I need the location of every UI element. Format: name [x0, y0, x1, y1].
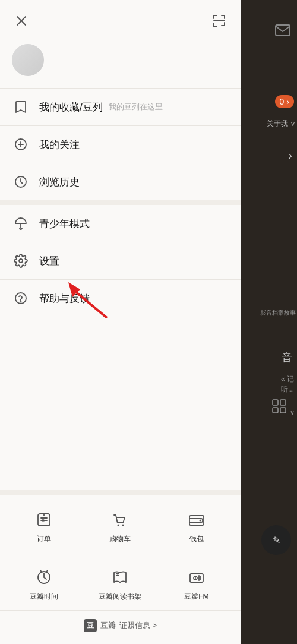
plus-circle-icon: [12, 135, 30, 153]
reading-label: 豆瓣阅读书架: [99, 592, 141, 602]
teen-mode-label: 青少年模式: [39, 217, 90, 231]
svg-point-23: [199, 520, 201, 522]
following-label: 我的关注: [39, 138, 80, 151]
menu-item-following[interactable]: 我的关注: [0, 126, 241, 163]
bottom-item-wallet[interactable]: 钱包: [159, 501, 235, 553]
svg-rect-2: [273, 408, 278, 413]
fm-label: 豆瓣FM: [184, 592, 208, 602]
cart-icon: [109, 509, 131, 531]
douban-time-label: 豆瓣时间: [30, 592, 58, 602]
bg-record-label: « 记听...: [281, 374, 294, 394]
wallet-icon: [186, 509, 207, 531]
mail-icon-bg: [274, 24, 291, 39]
bottom-item-reading[interactable]: 豆瓣阅读书架: [82, 558, 158, 610]
fm-icon: [186, 567, 207, 588]
menu-item-teen-mode[interactable]: 青少年模式: [0, 205, 241, 242]
douban-logo: 豆: [84, 619, 97, 632]
certificate-link[interactable]: 证照信息 >: [119, 620, 157, 631]
close-button[interactable]: [12, 11, 31, 30]
bg-label: 关于我 ∨: [267, 119, 296, 129]
bg-caption: 影音档案故事: [260, 309, 296, 317]
bottom-item-fm[interactable]: 豆瓣FM: [159, 558, 235, 610]
brand-name: 豆瓣: [100, 620, 116, 631]
divider-before-grid: [0, 490, 241, 495]
svg-point-15: [21, 302, 21, 302]
svg-rect-22: [189, 516, 204, 525]
bottom-section: ¥ 订单 购物车: [0, 490, 241, 644]
bg-chevron: ›: [288, 149, 292, 162]
user-section[interactable]: [0, 38, 241, 88]
menu-item-favorites[interactable]: 我的收藏/豆列 我的豆列在这里: [0, 89, 241, 125]
history-label: 浏览历史: [39, 175, 80, 189]
bg-grid-icon: ∨: [271, 398, 295, 417]
divider-thick: [0, 200, 241, 205]
divider-5: [0, 317, 241, 317]
time-icon: [33, 567, 55, 588]
scan-button[interactable]: [210, 11, 229, 30]
svg-rect-4: [276, 25, 290, 36]
menu-list: 我的收藏/豆列 我的豆列在这里 我的关注: [0, 89, 241, 317]
settings-label: 设置: [39, 254, 59, 268]
side-drawer: 我的收藏/豆列 我的豆列在这里 我的关注: [0, 0, 241, 644]
help-circle-icon: [12, 289, 30, 307]
svg-rect-1: [280, 400, 286, 405]
orders-label: 订单: [37, 534, 51, 544]
bottom-item-cart[interactable]: 购物车: [82, 501, 158, 553]
bottom-grid-row1: ¥ 订单 购物车: [0, 495, 241, 553]
bottom-item-douban-time[interactable]: 豆瓣时间: [6, 558, 82, 610]
clock-icon: [12, 173, 30, 191]
notification-badge: 0 ›: [275, 95, 294, 108]
reading-icon: [109, 567, 131, 588]
svg-rect-0: [273, 400, 278, 405]
bookmark-icon: [12, 98, 30, 116]
svg-text:¥: ¥: [41, 517, 45, 523]
music-button[interactable]: ✎: [261, 525, 291, 555]
menu-item-help[interactable]: 帮助与反馈: [0, 280, 241, 317]
bg-audio-label: 音: [282, 351, 292, 365]
bottom-item-orders[interactable]: ¥ 订单: [6, 501, 82, 553]
wallet-label: 钱包: [189, 534, 204, 544]
bg-content-panel: 0 › 关于我 ∨ › 影音档案故事 音 « 记听... ∨ ✎: [238, 0, 297, 644]
cart-label: 购物车: [109, 534, 131, 544]
gear-icon: [12, 252, 30, 270]
user-avatar: [12, 44, 44, 76]
drawer-footer: 豆 豆瓣 证照信息 >: [0, 611, 241, 644]
svg-point-21: [122, 525, 124, 526]
svg-point-20: [118, 525, 119, 526]
yen-icon: ¥: [33, 509, 55, 531]
logo-text: 豆: [87, 621, 94, 631]
help-label: 帮助与反馈: [39, 292, 90, 305]
svg-rect-3: [280, 408, 286, 413]
favorites-label: 我的收藏/豆列: [39, 100, 103, 114]
umbrella-icon: [12, 214, 30, 232]
favorites-sub: 我的豆列在这里: [109, 102, 163, 112]
menu-item-history[interactable]: 浏览历史: [0, 163, 241, 200]
menu-item-settings[interactable]: 设置: [0, 242, 241, 279]
drawer-header: [0, 0, 241, 38]
svg-point-27: [195, 577, 196, 579]
svg-point-13: [19, 259, 23, 263]
bottom-grid-row2: 豆瓣时间 豆瓣阅读书架: [0, 553, 241, 610]
